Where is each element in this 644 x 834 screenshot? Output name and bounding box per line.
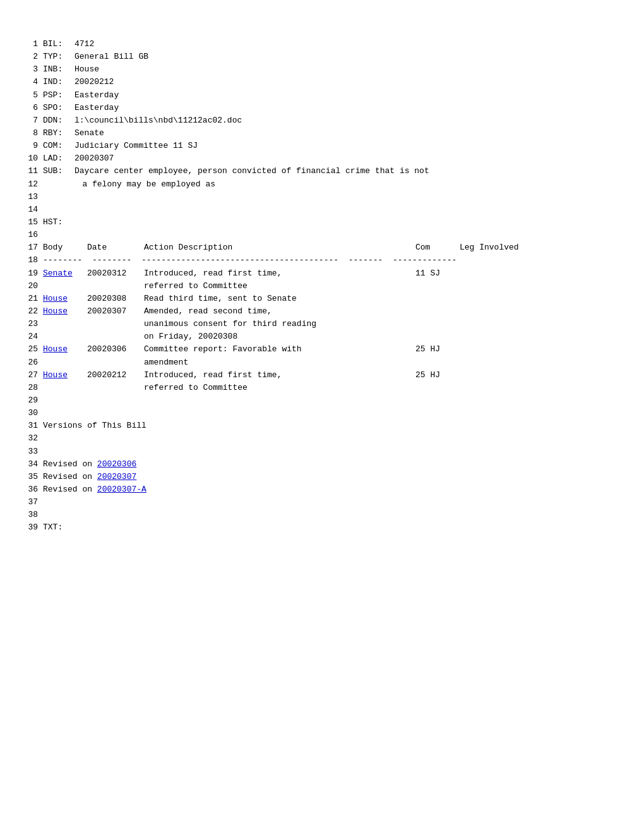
hist-action-5b: referred to Committee: [144, 382, 415, 394]
line-9: 9 COM:Judiciary Committee 11 SJ: [25, 140, 619, 152]
hst-label: HST:: [43, 216, 619, 229]
line-33: 33: [25, 445, 619, 458]
hist-com-4: 25 HJ: [415, 343, 460, 356]
hist-action-2: Read third time, sent to Senate: [144, 293, 415, 305]
rby-label: RBY:: [43, 127, 75, 140]
line-30: 30: [25, 407, 619, 420]
lad-value: 20020307: [75, 154, 114, 163]
line-14: 14: [25, 203, 619, 216]
hist-action-5: Introduced, read first time,: [144, 369, 415, 382]
hist-action-4: Committee report: Favorable with: [144, 343, 415, 356]
hist-com-1: 11 SJ: [415, 267, 460, 280]
col-header-com: Com: [415, 241, 460, 254]
spo-label: SPO:: [43, 102, 75, 114]
sub-label: SUB:: [43, 165, 75, 178]
line-21: 21 House20020308Read third time, sent to…: [25, 293, 619, 305]
line-8: 8 RBY:Senate: [25, 127, 619, 140]
sub-value: Daycare center employee, person convicte…: [75, 166, 429, 176]
hist-action-1b: referred to Committee: [144, 280, 415, 293]
col-header-date: Date: [87, 241, 144, 254]
line-1: 1 BIL:4712: [25, 38, 619, 51]
line-17: 17 BodyDateAction DescriptionComLeg Invo…: [25, 241, 619, 254]
line-37: 37: [25, 496, 619, 509]
line-18: 18 -------- -------- -------------------…: [25, 254, 619, 267]
ind-value: 20020212: [75, 77, 114, 87]
inb-value: House: [75, 64, 99, 74]
line-19: 19 Senate20020312Introduced, read first …: [25, 267, 619, 280]
line-13: 13: [25, 191, 619, 203]
rby-value: Senate: [75, 128, 104, 138]
ind-label: IND:: [43, 76, 75, 88]
line-31: 31 Versions of This Bill: [25, 420, 619, 432]
line-2: 2 TYP:General Bill GB: [25, 51, 619, 63]
hist-date-3: 20020307: [87, 305, 144, 318]
hist-body-house-3[interactable]: House: [43, 343, 87, 356]
inb-label: INB:: [43, 63, 75, 76]
hist-body-house-2[interactable]: House: [43, 305, 87, 318]
line-10: 10 LAD:20020307: [25, 152, 619, 165]
hist-body-house-1[interactable]: House: [43, 293, 87, 305]
line-3: 3 INB:House: [25, 63, 619, 76]
version-link-2[interactable]: 20020307: [97, 472, 136, 481]
hist-body-senate[interactable]: Senate: [43, 267, 87, 280]
line-7: 7 DDN:l:\council\bills\nbd\11212ac02.doc: [25, 114, 619, 127]
line-35: 35 Revised on 20020307: [25, 471, 619, 483]
hist-body-house-4[interactable]: House: [43, 369, 87, 382]
line-12: 12 a felony may be employed as: [25, 178, 619, 191]
line-16: 16: [25, 229, 619, 241]
line-34: 34 Revised on 20020306: [25, 458, 619, 471]
col-header-body: Body: [43, 241, 87, 254]
typ-label: TYP:: [43, 51, 75, 63]
com-value: Judiciary Committee 11 SJ: [75, 141, 198, 150]
hist-action-4b: amendment: [144, 356, 415, 369]
line-22: 22 House20020307Amended, read second tim…: [25, 305, 619, 318]
hist-action-3: Amended, read second time,: [144, 305, 415, 318]
typ-value: General Bill GB: [75, 52, 148, 61]
line-28: 28 referred to Committee: [25, 382, 619, 394]
hist-action-1: Introduced, read first time,: [144, 267, 415, 280]
line-29: 29: [25, 394, 619, 407]
line-25: 25 House20020306Committee report: Favora…: [25, 343, 619, 356]
psp-label: PSP:: [43, 89, 75, 102]
line-23: 23 unanimous consent for third reading: [25, 318, 619, 330]
line-39: 39 TXT:: [25, 521, 619, 534]
version-link-3[interactable]: 20020307-A: [97, 485, 146, 494]
line-38: 38: [25, 509, 619, 521]
hist-action-3b: unanimous consent for third reading: [144, 318, 415, 330]
hist-date-5: 20020212: [87, 369, 144, 382]
hist-date-2: 20020308: [87, 293, 144, 305]
hist-date-1: 20020312: [87, 267, 144, 280]
line-6: 6 SPO:Easterday: [25, 102, 619, 114]
hist-action-3c: on Friday, 20020308: [144, 330, 415, 343]
line-24: 24 on Friday, 20020308: [25, 330, 619, 343]
line-26: 26 amendment: [25, 356, 619, 369]
bil-value: 4712: [75, 39, 94, 49]
line-4: 4 IND:20020212: [25, 76, 619, 88]
line-11: 11 SUB:Daycare center employee, person c…: [25, 165, 619, 178]
txt-label: TXT:: [43, 521, 619, 534]
version-link-1[interactable]: 20020306: [97, 459, 136, 469]
line-20: 20 referred to Committee: [25, 280, 619, 293]
line-32: 32: [25, 432, 619, 445]
line-27: 27 House20020212Introduced, read first t…: [25, 369, 619, 382]
ddn-label: DDN:: [43, 114, 75, 127]
com-label: COM:: [43, 140, 75, 152]
lad-label: LAD:: [43, 152, 75, 165]
psp-value: Easterday: [75, 90, 119, 100]
hist-date-4: 20020306: [87, 343, 144, 356]
document-container: 1 BIL:4712 2 TYP:General Bill GB 3 INB:H…: [25, 38, 619, 534]
ddn-value: l:\council\bills\nbd\11212ac02.doc: [75, 116, 242, 125]
versions-label: Versions of This Bill: [43, 420, 619, 432]
hist-com-5: 25 HJ: [415, 369, 460, 382]
line-15: 15 HST:: [25, 216, 619, 229]
col-header-action: Action Description: [144, 241, 415, 254]
line-36: 36 Revised on 20020307-A: [25, 483, 619, 496]
col-header-leg: Leg Involved: [460, 241, 535, 254]
line-5: 5 PSP:Easterday: [25, 89, 619, 102]
bil-label: BIL:: [43, 38, 75, 51]
spo-value: Easterday: [75, 103, 119, 112]
